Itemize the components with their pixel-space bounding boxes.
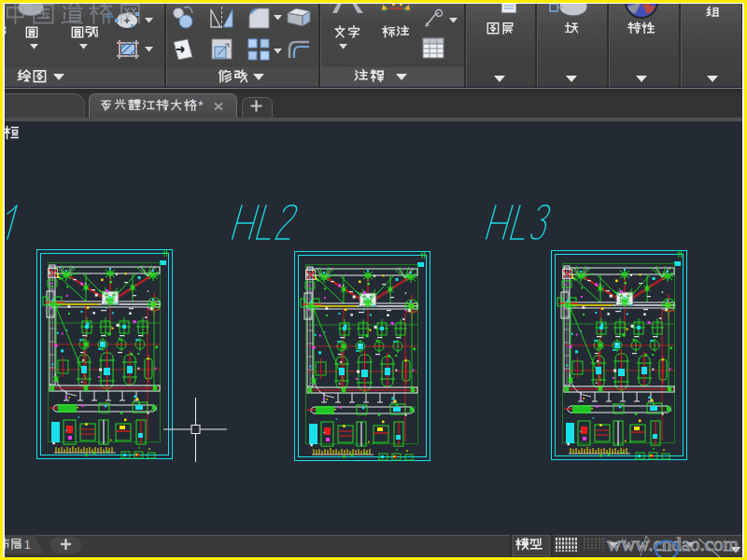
svg-text:1: 1	[24, 539, 31, 552]
svg-text:www.cndao.com: www.cndao.com	[607, 533, 739, 555]
svg-text:*: *	[198, 97, 204, 113]
